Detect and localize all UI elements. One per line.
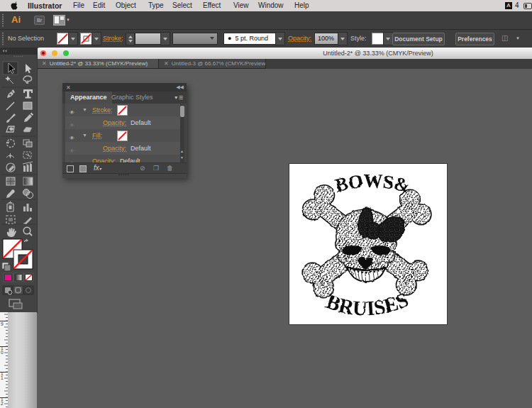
svg-text:9: 9 <box>1 321 4 326</box>
svg-text:0: 0 <box>1 350 4 355</box>
svg-text:2: 2 <box>1 401 4 406</box>
svg-text:BOWS&: BOWS& <box>333 170 412 197</box>
svg-text:1: 1 <box>1 375 4 380</box>
svg-text:BRUISES: BRUISES <box>323 288 412 320</box>
